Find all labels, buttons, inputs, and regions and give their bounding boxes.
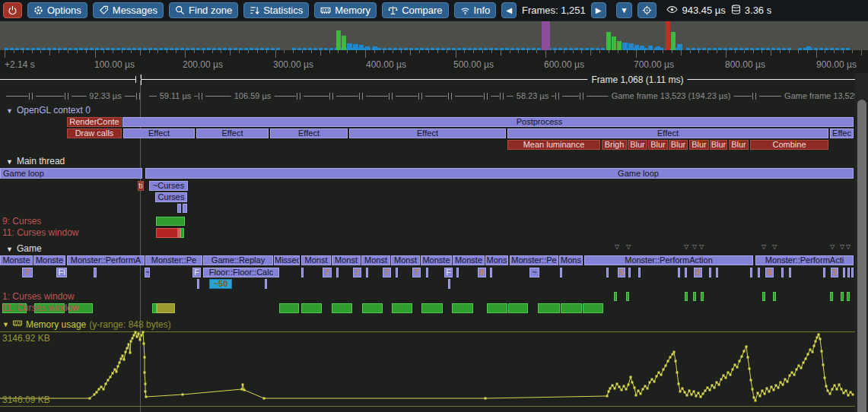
zone-bar[interactable]: Monst: [361, 255, 390, 265]
game-frame-segment[interactable]: [304, 96, 329, 97]
zone-bar[interactable]: Blur: [689, 140, 709, 150]
game-frame-segment[interactable]: [425, 96, 447, 97]
message-marker-icon[interactable]: ▽: [846, 244, 851, 250]
compare-button[interactable]: Compare: [382, 2, 448, 18]
zone-bar[interactable]: Effect: [123, 128, 195, 138]
lock-bar[interactable]: [301, 303, 322, 313]
lock-bar[interactable]: [279, 303, 299, 313]
zone-bar[interactable]: Monste: [421, 255, 452, 265]
message-marker-icon[interactable]: ▽: [840, 244, 844, 250]
thread-header-main-thread[interactable]: ▼Main thread: [6, 156, 65, 167]
zone-bar[interactable]: 8: [765, 268, 774, 277]
zone-bar[interactable]: Game loop: [0, 168, 142, 179]
zone-bar[interactable]: [456, 268, 459, 277]
zone-bar[interactable]: [426, 268, 428, 277]
memory-button[interactable]: Memory: [314, 2, 377, 18]
zone-bar[interactable]: [685, 268, 687, 277]
lock-bar[interactable]: [762, 292, 765, 301]
zone-bar[interactable]: 8: [478, 268, 486, 277]
lock-bar[interactable]: [180, 228, 184, 238]
lock-bar[interactable]: [156, 228, 178, 238]
zone-bar[interactable]: Combine: [750, 140, 828, 150]
zone-bar[interactable]: [265, 279, 267, 289]
zone-bar[interactable]: [847, 268, 850, 277]
zone-bar[interactable]: Blur: [669, 140, 688, 150]
zone-bar[interactable]: Monste: [453, 255, 485, 265]
message-marker-icon[interactable]: ▽: [684, 244, 688, 250]
frame-histogram-bar[interactable]: [671, 32, 676, 50]
zone-bar[interactable]: [177, 204, 181, 213]
zone-bar[interactable]: ~50: [209, 279, 232, 289]
frame-histogram-bar[interactable]: [342, 36, 346, 50]
lock-bar[interactable]: [583, 303, 603, 313]
zone-bar[interactable]: Draw calls: [67, 128, 122, 138]
message-marker-icon[interactable]: ▽: [692, 244, 697, 250]
lock-bar[interactable]: [841, 292, 844, 301]
zone-bar[interactable]: [716, 268, 718, 277]
zone-bar[interactable]: [781, 268, 784, 277]
zone-bar[interactable]: Postprocess: [122, 117, 854, 127]
lock-bar[interactable]: [452, 303, 473, 313]
zone-bar[interactable]: [606, 268, 609, 277]
zone-bar[interactable]: [490, 268, 492, 277]
zone-bar[interactable]: [750, 268, 752, 277]
message-marker-icon[interactable]: ▽: [626, 244, 631, 250]
zone-bar[interactable]: Mons: [485, 255, 508, 265]
lock-bar[interactable]: [847, 292, 850, 301]
zone-bar[interactable]: Monst: [301, 255, 331, 265]
zone-bar[interactable]: [823, 268, 825, 277]
game-frame-segment[interactable]: [6, 96, 28, 97]
zone-bar[interactable]: ~: [145, 268, 150, 277]
zone-bar[interactable]: Brigh: [602, 140, 627, 150]
zone-bar[interactable]: 7: [22, 268, 33, 277]
zone-bar[interactable]: Effect: [270, 128, 348, 138]
prev-frame-button[interactable]: ◀: [501, 2, 517, 18]
frame-histogram-bar[interactable]: [336, 30, 341, 50]
zone-bar[interactable]: Effec: [830, 128, 854, 138]
power-button[interactable]: [3, 2, 22, 18]
info-button[interactable]: Info: [454, 2, 497, 18]
zone-bar[interactable]: [396, 268, 398, 277]
frame-histogram-bar[interactable]: [606, 32, 611, 50]
memory-section-header[interactable]: ▼ Memory usage (y-range: 848 bytes): [2, 319, 171, 330]
zone-bar[interactable]: [94, 268, 97, 277]
lock-bar[interactable]: [685, 292, 688, 301]
zone-bar[interactable]: Fl: [56, 268, 67, 277]
frame-histogram-bar[interactable]: [542, 21, 550, 50]
lock-bar[interactable]: [773, 292, 776, 301]
zone-bar[interactable]: Monste: [0, 255, 33, 265]
zone-bar[interactable]: ~Curses: [149, 181, 188, 191]
zone-bar[interactable]: 5: [618, 268, 625, 277]
zone-bar[interactable]: Monst: [332, 255, 361, 265]
zone-bar[interactable]: [197, 279, 199, 289]
message-marker-icon[interactable]: ▽: [615, 244, 619, 250]
zone-bar[interactable]: Blur: [648, 140, 668, 150]
game-frame-segment[interactable]: [336, 96, 358, 97]
zone-bar[interactable]: [638, 268, 641, 277]
statistics-button[interactable]: Statistics: [243, 2, 309, 18]
zone-bar[interactable]: [560, 268, 562, 277]
lock-bar[interactable]: [332, 303, 352, 313]
frame-histogram-bar[interactable]: [666, 21, 670, 50]
thread-header-opengl-context-0[interactable]: ▼OpenGL context 0: [6, 105, 91, 116]
frame-set-dropdown-button[interactable]: ▼: [616, 2, 633, 18]
zone-bar[interactable]: Effect: [349, 128, 506, 138]
frame-histogram-bar[interactable]: [622, 43, 628, 50]
zone-bar[interactable]: F: [444, 268, 453, 277]
message-marker-icon[interactable]: ▽: [699, 244, 704, 250]
zone-bar[interactable]: F: [192, 268, 201, 277]
lock-bar[interactable]: [830, 292, 833, 301]
zone-bar[interactable]: Effect: [507, 128, 828, 138]
message-marker-icon[interactable]: ▽: [772, 244, 777, 250]
zone-bar[interactable]: 7: [353, 268, 361, 277]
zone-bar[interactable]: Monster::PerformAction: [584, 255, 753, 265]
lock-bar[interactable]: [156, 217, 185, 226]
zone-bar[interactable]: ti: [138, 181, 144, 191]
game-frame-segment[interactable]: [396, 96, 418, 97]
frame-histogram-bar[interactable]: [617, 41, 622, 50]
lock-bar[interactable]: [508, 303, 528, 313]
options-button[interactable]: Options: [27, 2, 87, 18]
zone-bar[interactable]: 8: [694, 268, 702, 277]
zone-bar[interactable]: [843, 268, 845, 277]
lock-bar[interactable]: [538, 303, 560, 313]
